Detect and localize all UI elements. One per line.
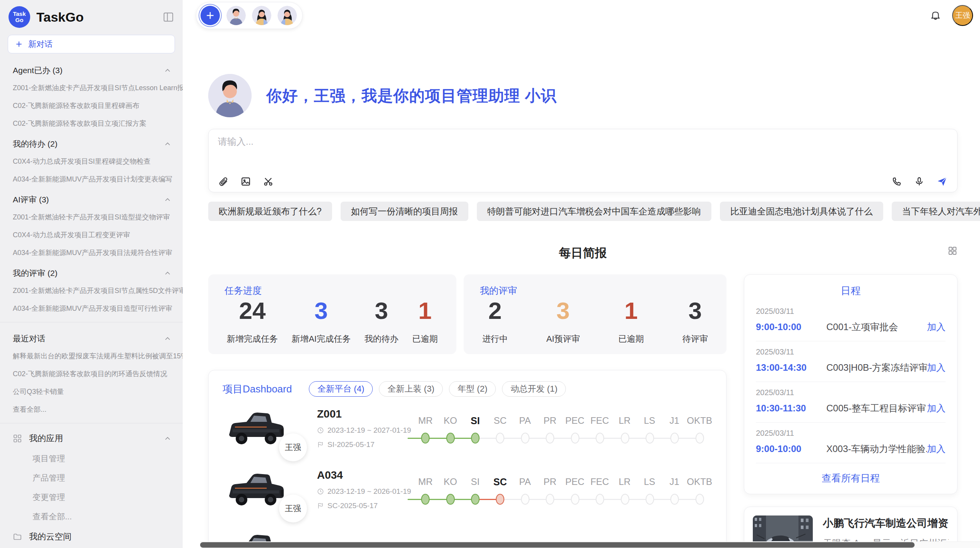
milestone-label: PR bbox=[538, 415, 562, 426]
briefing-right-column: 日程 2025/03/11 9:00-10:00 C001-立项审批会 加入 2… bbox=[744, 274, 958, 548]
phone-icon[interactable] bbox=[891, 176, 902, 187]
project-milestone-date: SC-2025-05-17 bbox=[317, 502, 413, 510]
suggestion-chip[interactable]: 欧洲新规最近颁布了什么? bbox=[208, 202, 332, 221]
chevron-up-icon[interactable] bbox=[163, 66, 172, 75]
send-icon[interactable] bbox=[936, 176, 948, 187]
microphone-icon[interactable] bbox=[914, 176, 925, 187]
new-chat-button[interactable]: 新对话 bbox=[8, 35, 175, 53]
sidebar-item[interactable]: Z001-全新燃油轻卡产品开发项目SI节点属性5D文件评审 bbox=[0, 282, 183, 300]
image-icon[interactable] bbox=[240, 176, 251, 187]
milestone-label: OKTB bbox=[687, 415, 712, 426]
stat-new-ai-completed-tasks: 3 新增AI完成任务 bbox=[291, 298, 351, 345]
project-row-a034[interactable]: 王强 A034 2023-12-19 ~ 2026-01-19 bbox=[223, 468, 712, 511]
section-header-agent-done[interactable]: Agent已办 (3) bbox=[0, 59, 183, 79]
sidebar-item[interactable]: C02-飞腾新能源轻客改款项目立项汇报方案 bbox=[0, 115, 183, 132]
app-item-view-all[interactable]: 查看全部... bbox=[0, 507, 183, 526]
chevron-up-icon[interactable] bbox=[163, 334, 172, 343]
scissors-icon[interactable] bbox=[263, 176, 274, 187]
schedule-time: 10:30-11:30 bbox=[756, 403, 821, 414]
card-title: 我的评审 bbox=[480, 284, 710, 297]
sidebar-item[interactable]: Z001-全新燃油皮卡产品开发项目SI节点Lesson Learn报告 bbox=[0, 79, 183, 97]
section-header-recent-chats[interactable]: 最近对话 bbox=[0, 327, 183, 347]
topbar-right: 王强 bbox=[930, 5, 973, 26]
recent-view-all[interactable]: 查看全部... bbox=[0, 401, 183, 418]
join-button[interactable]: 加入 bbox=[927, 402, 946, 414]
layout-grid-icon[interactable] bbox=[947, 246, 958, 256]
section-header-ai-review[interactable]: AI评审 (3) bbox=[0, 188, 183, 208]
sidebar-collapse-icon[interactable] bbox=[163, 11, 174, 23]
app-item-product-mgmt[interactable]: 产品管理 bbox=[0, 468, 183, 488]
stat-my-todo: 3 我的待办 bbox=[365, 298, 399, 345]
project-dashboard-card: 项目Dashboard 全新平台 (4) 全新上装 (3) 年型 (2) 动总开… bbox=[208, 370, 726, 548]
user-avatar[interactable]: 王强 bbox=[952, 5, 973, 26]
schedule-event-name: C005-整车工程目标评审 bbox=[821, 402, 927, 414]
milestone-label: MR bbox=[413, 476, 438, 488]
filter-tab-powertrain[interactable]: 动总开发 (1) bbox=[502, 381, 566, 397]
milestone-label: LS bbox=[637, 415, 662, 426]
app-title: TaskGo bbox=[36, 10, 163, 25]
notification-bell-icon[interactable] bbox=[930, 10, 941, 21]
suggestion-chip[interactable]: 如何写一份清晰的项目周报 bbox=[341, 202, 468, 221]
attachment-icon[interactable] bbox=[218, 176, 229, 187]
section-title: 我的待办 (2) bbox=[13, 139, 58, 149]
schedule-date: 2025/03/11 bbox=[756, 429, 946, 438]
sidebar-item-cloud-space[interactable]: 我的云空间 bbox=[0, 526, 183, 547]
horizontal-scrollbar[interactable] bbox=[200, 541, 980, 548]
milestone-dot bbox=[696, 433, 704, 444]
add-assistant-button[interactable] bbox=[200, 6, 220, 25]
project-row-z001[interactable]: 王强 Z001 2023-12-19 ~ 2027-01-19 bbox=[223, 407, 712, 450]
filter-tab-model-year[interactable]: 年型 (2) bbox=[449, 381, 496, 397]
assistant-avatar-1[interactable] bbox=[226, 5, 247, 26]
horizontal-scrollbar-thumb[interactable] bbox=[200, 542, 915, 548]
filter-tab-new-body[interactable]: 全新上装 (3) bbox=[379, 381, 443, 397]
sidebar-item[interactable]: A034-全新新能源MUV产品开发项目造型可行性评审 bbox=[0, 300, 183, 317]
recent-chat-item[interactable]: 解释最新出台的欧盟报废车法规再生塑料比例被调至15%... bbox=[0, 347, 183, 365]
plus-icon bbox=[205, 10, 215, 21]
section-header-my-review[interactable]: 我的评审 (2) bbox=[0, 262, 183, 282]
join-button[interactable]: 加入 bbox=[927, 361, 946, 374]
nav-label: 我的云空间 bbox=[29, 531, 172, 543]
sidebar-item[interactable]: A034-全新新能源MUV产品开发项目法规符合性评审 bbox=[0, 244, 183, 262]
project-image: 王强 bbox=[223, 407, 289, 450]
stats-row: 任务进度 24 新增完成任务 3 新增AI完成任务 bbox=[208, 274, 726, 354]
suggestion-chip[interactable]: 当下年轻人对汽车外观有怎样的喜好趋势 bbox=[892, 202, 980, 221]
join-button[interactable]: 加入 bbox=[927, 443, 946, 455]
daily-briefing-title: 每日简报 bbox=[559, 245, 607, 261]
section-title: Agent已办 (3) bbox=[13, 65, 62, 76]
dashboard-title: 项目Dashboard bbox=[223, 382, 292, 396]
chevron-up-icon[interactable] bbox=[163, 434, 172, 443]
chevron-up-icon[interactable] bbox=[163, 140, 172, 148]
main-area: 王强 你好，王强，我是你的项目管理助理 小识 bbox=[183, 0, 980, 548]
sidebar-item-my-apps[interactable]: 我的应用 bbox=[0, 428, 183, 449]
recent-chat-item[interactable]: C02-飞腾新能源轻客改款项目的闭环通告反馈情况 bbox=[0, 365, 183, 383]
milestone-dot bbox=[670, 494, 679, 505]
project-info: A034 2023-12-19 ~ 2026-01-19 SC-2025-05-… bbox=[317, 469, 413, 510]
chevron-up-icon[interactable] bbox=[163, 269, 172, 277]
stat-in-progress: 2 进行中 bbox=[482, 298, 508, 345]
filter-tab-new-platform[interactable]: 全新平台 (4) bbox=[309, 381, 373, 397]
sidebar-item[interactable]: C0X4-动力总成开发项目SI里程碑提交物检查 bbox=[0, 152, 183, 170]
milestone-dot bbox=[596, 433, 604, 444]
join-button[interactable]: 加入 bbox=[927, 321, 946, 333]
chevron-up-icon[interactable] bbox=[163, 195, 172, 204]
sidebar-item[interactable]: C02-飞腾新能源轻客改款项目里程碑画布 bbox=[0, 97, 183, 115]
suggestion-chip[interactable]: 比亚迪全固态电池计划具体说了什么 bbox=[720, 202, 883, 221]
schedule-date: 2025/03/11 bbox=[756, 388, 946, 397]
suggestion-chip[interactable]: 特朗普可能对进口汽车增税会对中国车企造成哪些影响 bbox=[477, 202, 711, 221]
app-item-project-mgmt[interactable]: 项目管理 bbox=[0, 449, 183, 468]
project-milestone-date: SI-2025-05-17 bbox=[317, 440, 413, 449]
sidebar-item[interactable]: A034-全新新能源MUV产品开发项目计划变更表编写 bbox=[0, 170, 183, 188]
milestone-dot bbox=[621, 433, 629, 444]
chat-input[interactable] bbox=[218, 135, 948, 173]
flag-icon bbox=[317, 502, 324, 509]
sidebar-item[interactable]: Z001-全新燃油轻卡产品开发项目SI造型提交物评审 bbox=[0, 208, 183, 226]
view-all-schedule-link[interactable]: 查看所有日程 bbox=[756, 463, 946, 494]
milestone-label: MR bbox=[413, 415, 438, 426]
sidebar-item[interactable]: C0X4-动力总成开发项目工程变更评审 bbox=[0, 226, 183, 244]
milestone-label: PA bbox=[512, 415, 537, 426]
recent-chat-item[interactable]: 公司Q3轻卡销量 bbox=[0, 383, 183, 401]
section-header-my-todo[interactable]: 我的待办 (2) bbox=[0, 132, 183, 152]
assistant-avatar-2[interactable] bbox=[251, 5, 272, 26]
app-item-change-mgmt[interactable]: 变更管理 bbox=[0, 488, 183, 507]
assistant-avatar-3[interactable] bbox=[277, 5, 298, 26]
